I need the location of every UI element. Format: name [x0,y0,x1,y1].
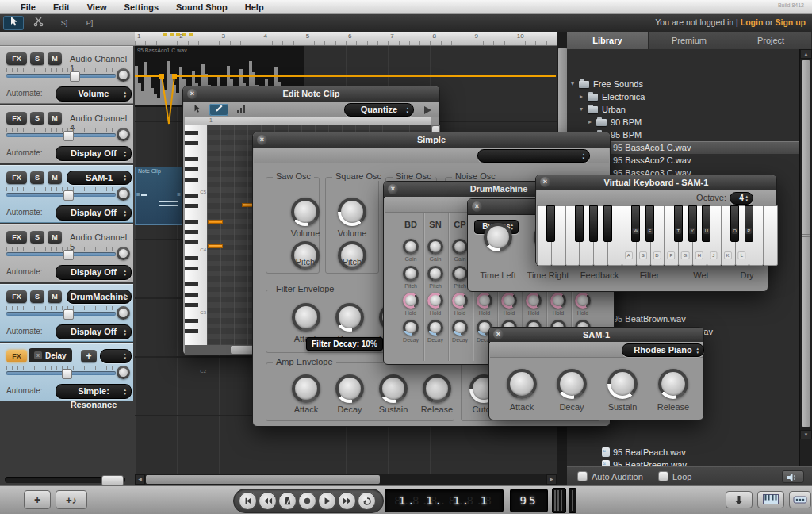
time-left-knob[interactable] [484,223,512,251]
quantize-dropdown[interactable]: Quantize [344,103,414,117]
drum-hold-knob[interactable] [452,293,468,309]
skip-start-icon[interactable] [239,492,257,510]
decay-knob[interactable] [557,369,587,399]
automate-dropdown[interactable]: Volume [56,86,132,102]
drum-pitch-knob[interactable] [403,266,419,282]
rewind-icon[interactable] [259,492,277,510]
drum-hold-knob[interactable] [427,293,443,309]
black-key[interactable] [603,205,612,242]
volume-slider-handle[interactable] [62,369,72,379]
pencil-tool-icon[interactable] [209,104,228,116]
close-icon[interactable]: × [472,201,482,212]
scroll-left-button[interactable]: ◀ [135,474,145,485]
scroll-down-button[interactable]: ▼ [800,430,812,439]
white-key[interactable] [763,205,778,266]
clip-right-handle[interactable]: ≡ [177,191,181,198]
drum-hold-knob[interactable] [501,293,517,309]
audition-speaker-button[interactable] [782,470,804,483]
channel-strip-6[interactable]: FXxDelay+Automate:Simple: Resonance [0,343,133,401]
loop-icon[interactable] [358,492,376,510]
drum-hold-knob[interactable] [526,293,542,309]
metronome-icon[interactable] [278,492,297,510]
fx-button[interactable]: FX [6,231,27,244]
tree-expand-icon[interactable]: ▾ [571,80,574,87]
mute-button[interactable]: M [48,52,62,65]
black-key[interactable] [674,205,683,242]
pointer-tool-icon[interactable] [3,16,24,30]
scissors-tool-icon[interactable] [29,16,49,30]
black-key[interactable] [745,205,753,242]
pan-knob[interactable] [117,366,130,379]
solo-button[interactable]: S [30,290,44,303]
menu-help[interactable]: Help [245,2,264,12]
record-icon[interactable] [298,492,316,510]
tab-premium[interactable]: Premium [649,32,730,49]
drum-gain-knob[interactable] [427,239,443,255]
fx-delay-chip[interactable]: xDelay [29,348,72,362]
channel-strip-3[interactable]: FXSMSAM-1Automate:Display Off [0,165,133,223]
pan-knob[interactable] [117,128,130,141]
window-virtual-keyboard[interactable]: Virtual Keyboard - SAM-1 × Octave: 4 ASD… [535,175,777,266]
automate-dropdown[interactable]: Display Off [56,324,132,339]
solo-button[interactable]: S [30,112,44,125]
black-key[interactable] [575,205,584,242]
fx-button[interactable]: FX [6,290,27,303]
solo-button[interactable]: S [30,171,44,184]
mute-button[interactable]: M [48,231,62,244]
black-key[interactable] [688,205,697,242]
split-s-tool-icon[interactable]: S] [54,16,75,30]
release-knob[interactable] [658,369,688,399]
close-icon[interactable]: × [187,89,197,99]
close-icon[interactable]: × [257,135,267,145]
auto-audition-checkbox[interactable] [577,471,588,481]
velocity-tool-icon[interactable] [232,104,251,116]
filter-decay-knob[interactable] [335,303,364,332]
add-fx-button[interactable]: + [81,350,97,362]
volume-slider[interactable] [6,193,116,197]
amp-sustain-knob[interactable] [379,374,408,403]
menu-view[interactable]: View [87,2,107,12]
window-sam1[interactable]: SAM-1 × Rhodes Piano Attack Decay Sustai… [488,327,704,420]
pan-knob[interactable] [117,306,130,320]
add-note-channel-button[interactable]: +♪ [56,490,87,509]
tree-expand-icon[interactable]: ▾ [580,105,583,113]
midi-note[interactable] [208,244,223,248]
automate-dropdown[interactable]: Display Off [56,265,132,280]
mute-button[interactable]: M [48,112,62,125]
saw-volume-knob[interactable] [291,198,320,226]
tree-item-electronica[interactable]: ▸Electronica [567,90,799,103]
split-p-tool-icon[interactable]: P] [79,16,100,30]
window-titlebar[interactable]: Edit Note Clip [183,86,439,102]
fx-button[interactable]: FX [6,112,27,125]
login-link[interactable]: Login [741,17,764,27]
volume-slider-handle[interactable] [63,309,74,320]
preset-dropdown[interactable]: Rhodes Piano [622,343,704,357]
drum-gain-knob[interactable] [452,239,468,255]
midi-note[interactable] [208,220,223,224]
channel-device-dropdown[interactable]: DrumMachine [67,290,132,304]
tab-project[interactable]: Project [730,32,812,49]
black-key[interactable] [589,205,598,242]
filter-attack-knob[interactable] [292,303,320,332]
black-key[interactable] [546,205,555,242]
piano-keyboard[interactable]: ASDFGHJKLWETYUOP [537,205,777,266]
pan-knob[interactable] [117,247,130,260]
close-icon[interactable]: × [388,184,398,194]
close-icon[interactable]: × [493,329,504,339]
pan-knob[interactable] [117,68,130,82]
mute-button[interactable]: M [48,290,62,303]
drum-pitch-knob[interactable] [427,266,443,282]
loop-checkbox[interactable] [658,471,668,481]
channel-strip-2[interactable]: FXSMAudio Channel 4Automate:Display Off [0,105,133,163]
show-devices-button[interactable] [789,491,811,508]
piano-roll-keys[interactable]: C5 C4 C3 C2 [185,125,208,345]
volume-slider-handle[interactable] [63,250,74,260]
tab-library[interactable]: Library [567,32,649,49]
volume-slider[interactable] [6,252,116,256]
remove-fx-icon[interactable]: x [34,351,42,359]
volume-slider-handle[interactable] [70,71,80,82]
black-key[interactable] [702,205,710,242]
select-tool-icon[interactable] [187,104,206,116]
volume-slider[interactable] [6,312,116,316]
mute-button[interactable]: M [48,171,62,184]
